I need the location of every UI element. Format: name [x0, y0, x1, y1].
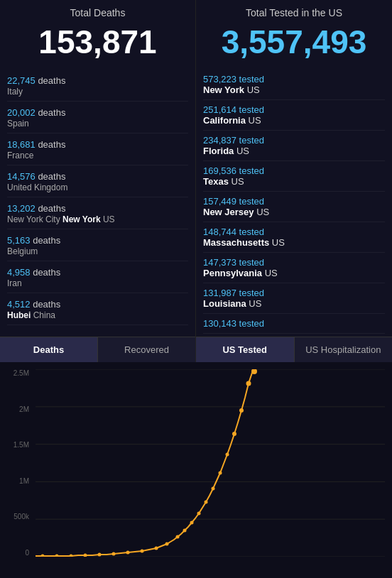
svg-point-17: [183, 529, 187, 533]
y-label-1m: 1M: [0, 477, 32, 485]
deaths-panel: Total Deaths 153,871 22,745 deaths Italy…: [0, 0, 196, 362]
svg-point-16: [176, 535, 180, 539]
tested-big-number: 3,557,493: [196, 20, 392, 67]
tested-list: 573,223 tested New York US 251,614 teste…: [196, 67, 392, 337]
svg-point-10: [98, 553, 102, 557]
tab-deaths[interactable]: Deaths: [0, 337, 98, 362]
svg-point-21: [212, 487, 215, 491]
svg-point-22: [219, 471, 222, 475]
chart-svg: 2月 3月 4月: [36, 369, 385, 557]
list-item: 169,536 tested Texas US: [203, 161, 385, 192]
svg-point-14: [155, 547, 158, 550]
svg-point-8: [70, 555, 73, 557]
deaths-title: Total Deaths: [0, 0, 195, 20]
svg-point-25: [239, 408, 244, 413]
svg-point-7: [55, 555, 59, 557]
deaths-tabs: Deaths Recovered: [0, 337, 195, 362]
deaths-list: 22,745 deaths Italy 20,002 deaths Spain …: [0, 67, 195, 337]
list-item: 234,837 tested Florida US: [203, 131, 385, 161]
svg-point-15: [165, 542, 169, 546]
tab-us-tested[interactable]: US Tested: [196, 337, 295, 362]
y-label-2m: 2M: [0, 405, 32, 413]
list-item: 251,614 tested California US: [203, 100, 385, 131]
list-item: 148,744 tested Massachusetts US: [203, 222, 385, 253]
svg-point-9: [84, 554, 87, 557]
svg-point-24: [232, 432, 236, 436]
svg-point-6: [41, 555, 45, 557]
svg-point-18: [190, 521, 194, 525]
tested-title: Total Tested in the US: [196, 0, 392, 20]
chart-section: 2月 3月 4月 2.5M 2M 1.5M 1M 500k 0: [0, 362, 392, 578]
svg-point-11: [112, 552, 116, 556]
list-item: 157,449 tested New Jersey US: [203, 192, 385, 222]
list-item: 20,002 deaths Spain: [7, 102, 188, 133]
svg-point-13: [141, 550, 144, 553]
list-item: 5,163 deaths Belgium: [7, 229, 188, 261]
list-item: 130,143 tested: [203, 314, 385, 334]
list-item: 13,202 deaths New York City New York US: [7, 197, 188, 229]
tested-panel: Total Tested in the US 3,557,493 573,223…: [196, 0, 392, 362]
y-label-25m: 2.5M: [0, 369, 32, 377]
list-item: 4,958 deaths Iran: [7, 261, 188, 293]
svg-point-20: [205, 501, 208, 504]
svg-point-19: [197, 512, 201, 516]
y-label-500k: 500k: [0, 513, 32, 520]
deaths-big-number: 153,871: [0, 20, 195, 67]
tab-recovered[interactable]: Recovered: [98, 337, 195, 362]
list-item: 147,373 tested Pennsylvania US: [203, 253, 385, 283]
tab-us-hospitalization[interactable]: US Hospitalization: [295, 337, 393, 362]
list-item: 22,745 deaths Italy: [7, 70, 188, 102]
svg-point-12: [126, 551, 130, 555]
list-item: 4,512 deaths Hubei China: [7, 293, 188, 325]
svg-point-23: [226, 453, 229, 457]
list-item: 131,987 tested Louisiana US: [203, 283, 385, 314]
svg-point-26: [246, 381, 251, 386]
list-item: 14,576 deaths United Kingdom: [7, 165, 188, 197]
tested-tabs: US Tested US Hospitalization: [196, 337, 392, 362]
list-item: 18,681 deaths France: [7, 133, 188, 165]
y-label-0: 0: [0, 549, 32, 557]
y-label-15m: 1.5M: [0, 441, 32, 449]
list-item: 573,223 tested New York US: [203, 70, 385, 100]
